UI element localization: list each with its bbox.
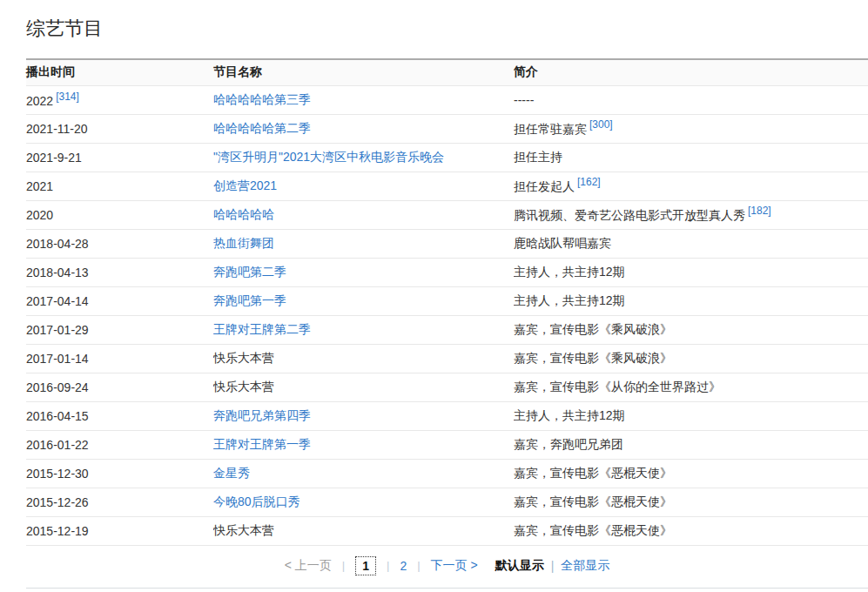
- air-date-cell: 2016-09-24: [26, 373, 213, 401]
- program-name-link: 快乐大本营: [213, 351, 274, 365]
- program-name-link[interactable]: 今晚80后脱口秀: [213, 494, 300, 508]
- program-name-cell: 快乐大本营: [213, 516, 514, 545]
- table-row: 2015-12-30 金星秀 嘉宾，宣传电影《恶棍天使》: [26, 459, 868, 488]
- program-name-link[interactable]: 奔跑吧第二季: [213, 265, 286, 279]
- desc-reference-link[interactable]: [182]: [748, 205, 771, 217]
- air-date-cell: 2021-11-20: [26, 114, 213, 143]
- program-description: 担任常驻嘉宾: [514, 122, 587, 136]
- air-date: 2021-11-20: [26, 122, 88, 136]
- table-row: 2021-11-20 哈哈哈哈哈第二季 担任常驻嘉宾[300]: [26, 114, 868, 143]
- table-row: 2017-01-14 快乐大本营 嘉宾，宣传电影《乘风破浪》: [26, 344, 868, 373]
- next-page-link[interactable]: 下一页 >: [431, 558, 478, 574]
- description-cell: 主持人，共主持12期: [514, 401, 868, 430]
- program-name-cell: 哈哈哈哈哈: [213, 200, 514, 229]
- program-name-link[interactable]: 创造营2021: [213, 178, 277, 192]
- program-name-link[interactable]: 金星秀: [213, 466, 250, 480]
- separator: |: [342, 559, 345, 572]
- program-name-cell: 快乐大本营: [213, 344, 514, 373]
- program-description: 担任发起人: [514, 179, 575, 193]
- column-header-description: 简介: [514, 59, 868, 85]
- air-date: 2020: [26, 208, 53, 222]
- default-display-button[interactable]: 默认显示: [495, 558, 544, 574]
- desc-reference-link[interactable]: [300]: [589, 118, 613, 131]
- description-cell: 主持人，共主持12期: [514, 286, 868, 315]
- air-date: 2018-04-13: [26, 266, 89, 279]
- separator: |: [417, 559, 420, 572]
- air-date: 2016-04-15: [26, 409, 89, 423]
- program-name-cell: 奔跑吧第二季: [213, 258, 514, 286]
- program-description: -----: [514, 93, 534, 107]
- air-date: 2022: [26, 94, 53, 108]
- program-name-link[interactable]: 哈哈哈哈哈第三季: [213, 92, 311, 106]
- program-name-link[interactable]: 奔跑吧第一季: [213, 293, 286, 307]
- program-description: 嘉宾，宣传电影《从你的全世界路过》: [514, 380, 721, 394]
- program-description: 鹿晗战队帮唱嘉宾: [514, 236, 611, 250]
- program-name-cell: 创造营2021: [213, 172, 514, 200]
- program-name-link[interactable]: 哈哈哈哈哈: [213, 207, 274, 221]
- program-name-link[interactable]: 哈哈哈哈哈第二季: [213, 121, 311, 135]
- variety-shows-module: 播出时间 节目名称 简介 2022[314] 哈哈哈哈哈第三季 ----- 20…: [26, 58, 868, 581]
- table-row: 2016-01-22 王牌对王牌第一季 嘉宾，奔跑吧兄弟团: [26, 430, 868, 459]
- current-page-indicator[interactable]: 1: [355, 556, 376, 575]
- air-date-cell: 2016-01-22: [26, 430, 213, 459]
- program-name-link[interactable]: 王牌对王牌第二季: [213, 322, 311, 336]
- section-bottom-divider: [26, 588, 868, 589]
- description-cell: -----: [514, 85, 868, 114]
- table-row: 2021-9-21 "湾区升明月"2021大湾区中秋电影音乐晚会 担任主持: [26, 143, 868, 172]
- table-row: 2020 哈哈哈哈哈 腾讯视频、爱奇艺公路电影式开放型真人秀[182]: [26, 200, 868, 229]
- separator: |: [387, 559, 389, 572]
- air-date: 2015-12-26: [26, 495, 89, 509]
- table-row: 2021 创造营2021 担任发起人[162]: [26, 172, 868, 200]
- air-date: 2015-12-30: [26, 467, 89, 481]
- program-name-cell: 今晚80后脱口秀: [213, 488, 514, 516]
- program-description: 嘉宾，宣传电影《恶棍天使》: [514, 523, 672, 537]
- table-row: 2017-01-29 王牌对王牌第二季 嘉宾，宣传电影《乘风破浪》: [26, 315, 868, 344]
- description-cell: 主持人，共主持12期: [514, 258, 868, 286]
- page-2-link[interactable]: 2: [400, 559, 407, 573]
- prev-page-link[interactable]: < 上一页: [285, 558, 332, 574]
- program-description: 主持人，共主持12期: [514, 408, 625, 422]
- table-body: 2022[314] 哈哈哈哈哈第三季 ----- 2021-11-20 哈哈哈哈…: [26, 85, 868, 545]
- description-cell: 担任常驻嘉宾[300]: [514, 114, 868, 143]
- table-header: 播出时间 节目名称 简介: [26, 59, 868, 85]
- program-description: 嘉宾，宣传电影《乘风破浪》: [514, 322, 672, 336]
- air-date-cell: 2021-9-21: [26, 143, 213, 172]
- program-name-cell: 哈哈哈哈哈第二季: [213, 114, 514, 143]
- program-description: 担任主持: [514, 150, 562, 164]
- pagination: < 上一页 | 1 | 2 | 下一页 > 默认显示 | 全部显示: [26, 551, 868, 581]
- desc-reference-link[interactable]: [162]: [577, 176, 601, 188]
- description-cell: 嘉宾，宣传电影《恶棍天使》: [514, 459, 868, 488]
- description-cell: 担任发起人[162]: [514, 172, 868, 200]
- description-cell: 嘉宾，宣传电影《恶棍天使》: [514, 488, 868, 516]
- table-row: 2022[314] 哈哈哈哈哈第三季 -----: [26, 85, 868, 114]
- date-reference-link[interactable]: [314]: [56, 91, 79, 103]
- air-date-cell: 2018-04-28: [26, 229, 213, 258]
- air-date-cell: 2016-04-15: [26, 401, 213, 430]
- program-description: 主持人，共主持12期: [514, 265, 625, 279]
- air-date: 2015-12-19: [26, 524, 89, 538]
- table-row: 2016-09-24 快乐大本营 嘉宾，宣传电影《从你的全世界路过》: [26, 373, 868, 401]
- program-name-link[interactable]: "湾区升明月"2021大湾区中秋电影音乐晚会: [213, 150, 444, 164]
- program-name-cell: 金星秀: [213, 459, 514, 488]
- program-name-link[interactable]: 王牌对王牌第一季: [213, 437, 311, 451]
- description-cell: 鹿晗战队帮唱嘉宾: [514, 229, 868, 258]
- program-name-link[interactable]: 热血街舞团: [213, 236, 274, 250]
- description-cell: 嘉宾，宣传电影《从你的全世界路过》: [514, 373, 868, 401]
- air-date: 2018-04-28: [26, 237, 89, 251]
- program-description: 嘉宾，宣传电影《乘风破浪》: [514, 351, 672, 365]
- column-header-air-date: 播出时间: [26, 59, 213, 85]
- table-row: 2015-12-26 今晚80后脱口秀 嘉宾，宣传电影《恶棍天使》: [26, 488, 868, 516]
- air-date: 2016-09-24: [26, 380, 89, 394]
- program-name-link[interactable]: 奔跑吧兄弟第四季: [213, 408, 311, 422]
- variety-shows-table: 播出时间 节目名称 简介 2022[314] 哈哈哈哈哈第三季 ----- 20…: [26, 58, 868, 546]
- air-date: 2021: [26, 179, 53, 193]
- program-name-cell: 王牌对王牌第二季: [213, 315, 514, 344]
- program-name-cell: 王牌对王牌第一季: [213, 430, 514, 459]
- program-name-cell: 哈哈哈哈哈第三季: [213, 85, 514, 114]
- description-cell: 嘉宾，宣传电影《乘风破浪》: [514, 344, 868, 373]
- all-display-link[interactable]: 全部显示: [561, 558, 609, 574]
- table-row: 2017-04-14 奔跑吧第一季 主持人，共主持12期: [26, 286, 868, 315]
- separator: |: [551, 559, 555, 573]
- table-row: 2015-12-19 快乐大本营 嘉宾，宣传电影《恶棍天使》: [26, 516, 868, 545]
- program-description: 嘉宾，奔跑吧兄弟团: [514, 437, 623, 451]
